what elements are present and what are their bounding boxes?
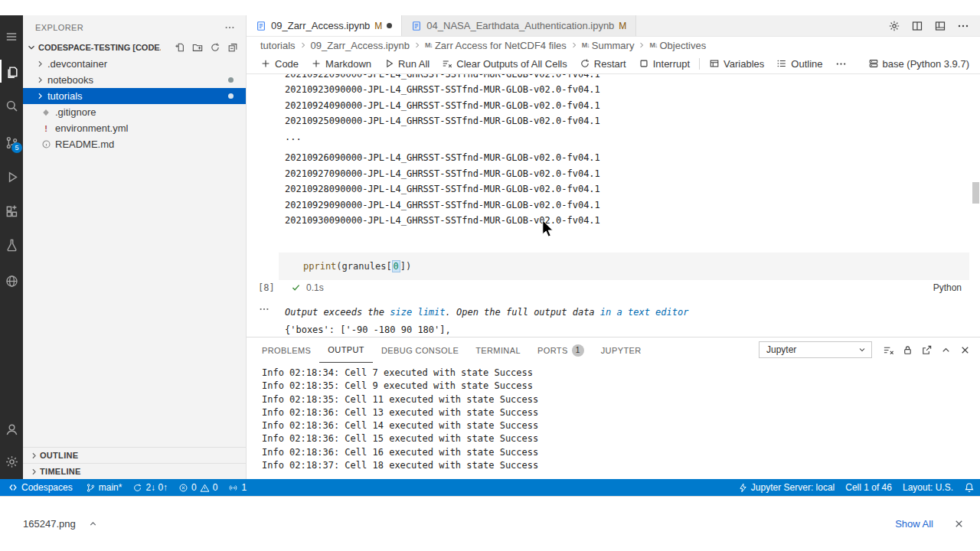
toolbar-more-icon[interactable] <box>829 58 853 70</box>
refresh-icon[interactable] <box>210 42 220 53</box>
output-line-clipped: 20210922090000-JPL-L4_GHRSST-SSTfnd-MUR-… <box>285 74 980 82</box>
variables-button[interactable]: Variables <box>703 58 770 70</box>
open-output-in-editor-icon[interactable] <box>921 344 933 356</box>
explorer-item-notebooks[interactable]: notebooks <box>23 72 246 88</box>
cell-language[interactable]: Python <box>933 282 962 293</box>
run-debug-icon[interactable] <box>0 165 23 188</box>
workspace-header[interactable]: CODESPACE-TESTING [CODE... <box>23 39 246 56</box>
settings-gear-icon[interactable] <box>0 450 23 473</box>
split-editor-icon[interactable] <box>911 20 923 32</box>
branch-indicator[interactable]: main* <box>80 479 128 496</box>
remote-explorer-icon[interactable] <box>0 269 23 292</box>
tab-zarr-access[interactable]: 09_Zarr_Access.ipynb M <box>247 15 402 36</box>
explorer-item-gitignore[interactable]: .gitignore <box>23 104 246 120</box>
tab-jupyter[interactable]: JUPYTER <box>593 337 650 363</box>
source-control-icon[interactable]: 5 <box>0 131 23 154</box>
customize-layout-icon[interactable] <box>934 20 946 32</box>
stop-icon <box>639 58 649 69</box>
output-channel-select[interactable]: Jupyter <box>759 341 872 358</box>
more-actions-icon[interactable] <box>957 20 969 32</box>
variables-icon <box>709 58 720 69</box>
clear-output-icon[interactable] <box>883 344 894 356</box>
download-item[interactable]: 165247.png <box>15 512 106 536</box>
dirty-indicator[interactable] <box>387 23 392 28</box>
timeline-section-header[interactable]: TIMELINE <box>23 463 246 479</box>
notebook-file-icon <box>411 21 422 31</box>
extensions-icon[interactable] <box>0 200 23 223</box>
log-line: Info 02:18:36: Cell 15 executed with sta… <box>262 432 980 445</box>
search-icon[interactable] <box>0 94 23 117</box>
new-folder-icon[interactable] <box>192 42 203 53</box>
lock-auto-scroll-icon[interactable] <box>902 344 913 356</box>
clear-outputs-button[interactable]: Clear Outputs of All Cells <box>436 58 573 70</box>
breadcrumb-item[interactable]: 09_Zarr_Access.ipynb <box>311 40 410 51</box>
notifications-bell-icon[interactable] <box>959 479 980 496</box>
layout-indicator[interactable]: Layout: U.S. <box>897 479 959 496</box>
error-icon <box>178 483 188 493</box>
ports-indicator[interactable]: 1 <box>223 479 252 496</box>
account-icon[interactable] <box>0 418 23 441</box>
play-icon <box>384 58 394 69</box>
jupyter-server-indicator[interactable]: Jupyter Server: local <box>733 479 840 496</box>
testing-beaker-icon[interactable] <box>0 233 23 256</box>
size-limit-link[interactable]: size limit <box>390 307 445 318</box>
breadcrumb-item[interactable]: tutorials <box>260 40 296 51</box>
tab-nasa-earthdata-auth[interactable]: 04_NASA_Earthdata_Authentication.ipynb M <box>402 15 636 36</box>
show-all-downloads-button[interactable]: Show All <box>895 518 933 530</box>
chevron-right-icon <box>299 41 308 50</box>
breadcrumb-item[interactable]: M↓Summary <box>582 40 635 51</box>
download-shelf: 165247.png Show All <box>0 496 980 551</box>
sidebar-more-icon[interactable] <box>224 22 235 33</box>
tab-bar: 09_Zarr_Access.ipynb M 04_NASA_Earthdata… <box>247 15 980 37</box>
run-all-button[interactable]: Run All <box>377 58 436 70</box>
tab-debug-console[interactable]: DEBUG CONSOLE <box>373 337 467 363</box>
explorer-item-readme[interactable]: README.md <box>23 136 246 152</box>
breadcrumb-item[interactable]: M↓Zarr Access for NetCDF4 files <box>425 40 567 51</box>
close-downloads-icon[interactable] <box>953 518 965 530</box>
code-cell[interactable]: pprint(granules[0]) [8] 0.1s Python <box>279 253 969 295</box>
output-truncation-notice: Output exceeds the size limit. Open the … <box>285 307 969 318</box>
restart-button[interactable]: Restart <box>573 58 632 70</box>
menu-icon[interactable] <box>0 25 23 48</box>
output-more-icon[interactable] <box>259 304 270 315</box>
kernel-picker[interactable]: base (Python 3.9.7) <box>868 58 980 70</box>
interrupt-button[interactable]: Interrupt <box>632 58 696 70</box>
outline-button[interactable]: Outline <box>770 58 828 70</box>
explorer-item-devcontainer[interactable]: .devcontainer <box>23 56 246 72</box>
tab-output[interactable]: OUTPUT <box>319 337 373 363</box>
close-panel-icon[interactable] <box>959 344 971 356</box>
cell-position-indicator[interactable]: Cell 1 of 46 <box>840 479 897 496</box>
outline-section-header[interactable]: OUTLINE <box>23 447 246 463</box>
output-log[interactable]: Info 02:18:34: Cell 7 executed with stat… <box>247 363 980 472</box>
add-markdown-cell-button[interactable]: Markdown <box>305 58 377 70</box>
log-line: Info 02:18:37: Cell 18 executed with sta… <box>262 459 980 472</box>
maximize-panel-icon[interactable] <box>940 344 952 356</box>
tab-ports[interactable]: PORTS1 <box>529 337 593 363</box>
editor-scrollbar[interactable] <box>972 182 979 204</box>
breadcrumb-item[interactable]: M↓Objectives <box>649 40 706 51</box>
collapse-all-icon[interactable] <box>227 42 238 53</box>
tab-terminal[interactable]: TERMINAL <box>467 337 529 363</box>
cell-code-editor[interactable]: pprint(granules[0]) <box>279 253 969 280</box>
activity-bar: 5 <box>0 15 23 479</box>
modified-dot <box>228 93 234 99</box>
gitignore-file-icon <box>40 108 52 117</box>
problems-indicator[interactable]: 0 0 <box>173 479 223 496</box>
sync-indicator[interactable]: 2↓ 0↑ <box>127 479 173 496</box>
new-file-icon[interactable] <box>175 42 185 53</box>
settings-gear-icon[interactable] <box>888 20 900 32</box>
explorer-icon[interactable] <box>0 60 23 83</box>
markdown-cell-icon: M↓ <box>649 41 657 49</box>
markdown-cell-icon: M↓ <box>425 41 433 49</box>
plus-icon <box>260 58 271 69</box>
tab-problems[interactable]: PROBLEMS <box>253 337 319 363</box>
explorer-item-tutorials[interactable]: tutorials <box>23 88 246 104</box>
warning-icon <box>200 483 210 493</box>
explorer-item-environment-yml[interactable]: ! environment.yml <box>23 120 246 136</box>
remote-indicator[interactable]: Codespaces <box>0 479 80 496</box>
bottom-panel: PROBLEMS OUTPUT DEBUG CONSOLE TERMINAL P… <box>247 337 980 479</box>
output-line: 20210925090000-JPL-L4_GHRSST-SSTfnd-MUR-… <box>285 113 980 129</box>
chevron-up-icon[interactable] <box>88 519 98 529</box>
add-code-cell-button[interactable]: Code <box>254 58 305 70</box>
open-in-text-editor-link[interactable]: in a text editor <box>600 307 689 318</box>
